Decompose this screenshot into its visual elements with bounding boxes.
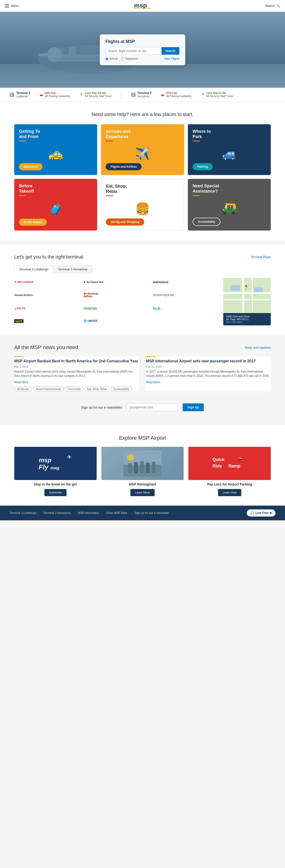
site-logo[interactable]: msp bbox=[133, 2, 152, 10]
quick-ride-image: Quick Ride Ramp 🚗 bbox=[188, 447, 271, 480]
site-header: Menu msp Search 🔍 bbox=[0, 0, 285, 12]
footer-link-terminal2[interactable]: Terminal 2-Humphrey bbox=[44, 511, 71, 515]
tag-airport-improvements[interactable]: Airport Improvements bbox=[33, 386, 63, 391]
tab-terminal1[interactable]: Terminal 1-Lindbergh bbox=[14, 266, 53, 273]
news1-headline: MSP Airport Ranked Best in North America… bbox=[14, 359, 139, 364]
card4-icon: 🧳 bbox=[19, 200, 92, 219]
arrival-radio[interactable]: Arrival bbox=[106, 57, 118, 60]
site-footer: Terminal 1-Lindbergh Terminal 2-Humphrey… bbox=[0, 506, 285, 520]
card1-button[interactable]: Directions bbox=[19, 163, 42, 170]
terminal2-icon: ℹ️ bbox=[131, 92, 136, 97]
airline-united[interactable]: 🌐 UNITED bbox=[84, 319, 148, 322]
airline-american[interactable]: AA AmericanAirlines bbox=[84, 292, 148, 298]
terminal2-parking-label: All Parking Availability bbox=[166, 94, 192, 98]
airline-air-canada[interactable]: ✈ AIR CANADA bbox=[14, 281, 79, 284]
card5-underline bbox=[106, 195, 113, 196]
card6-button[interactable]: Accessibility bbox=[193, 218, 220, 226]
terminal1-fill: 62% Full bbox=[45, 92, 70, 94]
departure-radio[interactable]: Departure bbox=[121, 57, 138, 60]
airline-spirit[interactable]: spirit bbox=[14, 319, 79, 323]
svg-rect-30 bbox=[211, 451, 249, 476]
news-updates-link[interactable]: News and Updates bbox=[245, 346, 271, 349]
card4-button[interactable]: At the Airport bbox=[19, 219, 47, 226]
footer-link-msp-info[interactable]: MSP Information bbox=[78, 511, 99, 515]
terminal2-security-label: All Security Wait Times bbox=[206, 94, 233, 98]
card-parking: Where toPark 🚙 Parking bbox=[188, 124, 271, 175]
parking2-icon: 🚗 bbox=[161, 93, 164, 96]
live-chat-button[interactable]: 💬 Live Chat bbox=[247, 509, 276, 517]
airline-air-france[interactable]: AIRFRANCE bbox=[153, 281, 218, 284]
tag-sustainability[interactable]: Sustainability bbox=[111, 386, 132, 391]
address-line2: St. Paul, MN 55111 bbox=[226, 318, 268, 321]
svg-text:Ramp: Ramp bbox=[228, 464, 240, 468]
airline-boutique[interactable]: GO BOUTIQUE AIR bbox=[153, 294, 218, 297]
airline-klm[interactable]: KLM bbox=[153, 307, 218, 310]
svg-rect-11 bbox=[223, 299, 271, 300]
news1-read-more[interactable]: Read More bbox=[14, 381, 28, 384]
map-visual: 📍 bbox=[223, 278, 271, 313]
explore-section: Explore MSP Airport msp Fly mag ✈ Stay i… bbox=[0, 426, 285, 506]
terminal-section-title: Let's get you to the right terminal. bbox=[14, 254, 84, 260]
svg-text:msp: msp bbox=[39, 457, 52, 464]
search-label: Search bbox=[265, 4, 275, 8]
explore-title: Explore MSP Airport bbox=[14, 435, 271, 441]
terminal-map[interactable]: 📍 4300 Glumack Drive St. Paul, MN 55111 … bbox=[223, 278, 271, 326]
terminal1-security: 📍 Less than 10 min All Security Wait Tim… bbox=[80, 92, 112, 98]
airline-air-choice[interactable]: ★ Air Choice One bbox=[84, 281, 148, 283]
card-eat-shop: Eat, Shop,Relax 🍔 Dining and Shopping bbox=[101, 179, 184, 230]
newsletter-email-input[interactable] bbox=[126, 403, 179, 411]
airline-delta[interactable]: △ DELTA bbox=[14, 307, 79, 310]
svg-text:Quick: Quick bbox=[212, 457, 225, 462]
phone-number[interactable]: 612-726-5555 bbox=[226, 321, 268, 323]
quick-ride-button[interactable]: Learn How bbox=[218, 489, 241, 496]
card3-button[interactable]: Parking bbox=[193, 163, 212, 170]
flight-search-box: Flights at MSP Search Arrival Departure … bbox=[100, 34, 185, 65]
news-article-1: MSP Airport Ranked Best in North America… bbox=[14, 356, 139, 391]
search-title: Flights at MSP bbox=[106, 39, 179, 44]
address-line1: 4300 Glumack Drive bbox=[226, 315, 268, 318]
news2-text: In 2017, a record 38,024,341 passengers … bbox=[146, 370, 271, 378]
menu-button[interactable]: Menu bbox=[5, 4, 19, 8]
svg-rect-26 bbox=[140, 461, 144, 473]
view-flights-link[interactable]: View Flights bbox=[164, 57, 179, 60]
newsletter-signup-button[interactable]: Sign Up bbox=[183, 403, 204, 411]
card-takeoff: BeforeTakeoff 🧳 At the Airport bbox=[14, 179, 97, 230]
news2-read-more[interactable]: Read More bbox=[146, 381, 160, 384]
terminal2-info-icon: ℹ️ Terminal 2 Humphrey bbox=[131, 91, 151, 98]
terminal-maps-link[interactable]: Terminal Maps bbox=[251, 255, 271, 259]
card3-underline bbox=[193, 141, 200, 141]
search-button[interactable]: Search 🔍 bbox=[265, 4, 280, 8]
footer-link-terminal1[interactable]: Terminal 1-Lindbergh bbox=[9, 511, 36, 515]
terminal-tabs: Terminal 1-Lindbergh Terminal 2-Humphrey bbox=[14, 266, 271, 273]
tag-eat-shop[interactable]: Eat, Shop, Relax bbox=[85, 386, 110, 391]
airline-alaska[interactable]: Alaska Airlines bbox=[14, 293, 79, 297]
footer-links: Terminal 1-Lindbergh Terminal 2-Humphrey… bbox=[9, 511, 169, 515]
card5-button[interactable]: Dining and Shopping bbox=[106, 218, 144, 225]
explore-card-quick-ride: Quick Ride Ramp 🚗 Pay Less for Airport P… bbox=[188, 447, 271, 496]
help-section: Need some help? Here are a few places to… bbox=[0, 102, 285, 240]
card-parking-title: Where toPark bbox=[193, 129, 266, 139]
terminal2-security-time: Less than 5 min bbox=[206, 92, 233, 94]
card-accessibility-title: Need SpecialAssistance? bbox=[193, 184, 266, 194]
news-section: All the MSP news you need. News and Upda… bbox=[0, 335, 285, 426]
footer-link-other-sites[interactable]: Other MSP Sites bbox=[106, 511, 127, 515]
menu-label: Menu bbox=[11, 4, 19, 8]
explore-card-reimagined: MSP Reimagined Learn More bbox=[102, 447, 184, 496]
svg-rect-2 bbox=[0, 64, 285, 88]
tag-community[interactable]: Community bbox=[65, 386, 83, 391]
search-icon: 🔍 bbox=[277, 4, 280, 8]
svg-rect-9 bbox=[223, 278, 271, 313]
svg-text:✈: ✈ bbox=[67, 455, 71, 460]
help-cards-grid: Getting Toand From 🚕 Directions Arrivals… bbox=[14, 124, 271, 230]
card2-button[interactable]: Flights and Airlines bbox=[106, 163, 142, 170]
flight-search-button[interactable]: Search bbox=[162, 47, 179, 55]
news1-date: Mar 6, 2018 bbox=[14, 365, 139, 368]
airline-frontier[interactable]: FRONTIER bbox=[84, 307, 148, 310]
flight-search-input[interactable] bbox=[106, 47, 162, 55]
footer-link-newsletter[interactable]: Sign up for our e-newsletter bbox=[135, 511, 169, 515]
reimagined-button[interactable]: Learn More bbox=[131, 489, 154, 496]
tag-all-service[interactable]: All Service bbox=[14, 386, 32, 391]
tab-terminal2[interactable]: Terminal 2-Humphrey bbox=[53, 266, 92, 273]
fly-mag-button[interactable]: Subscribe bbox=[45, 489, 66, 496]
svg-rect-10 bbox=[223, 292, 271, 294]
